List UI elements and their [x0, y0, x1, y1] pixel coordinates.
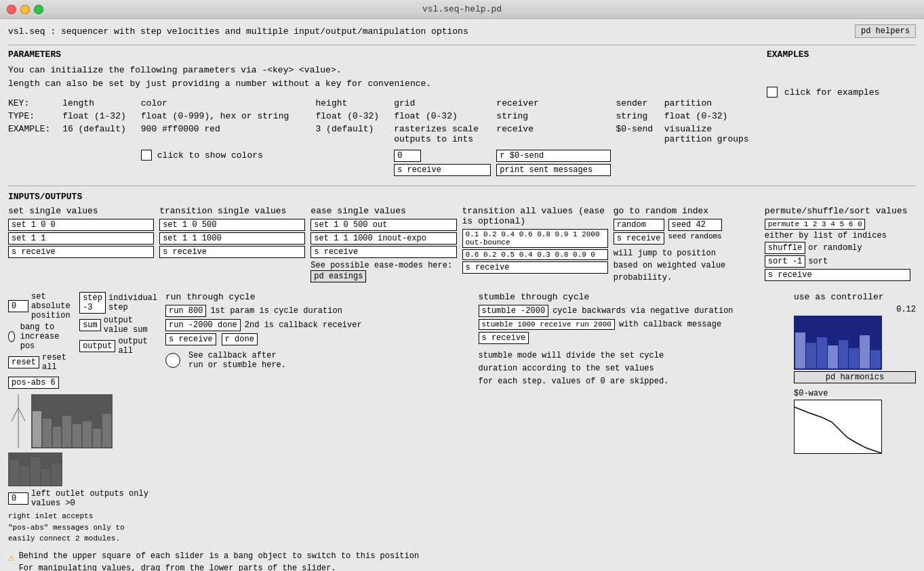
wave-container: $0-wave: [794, 389, 916, 454]
ease-link-row: See possible ease-modes here: pd easings: [310, 261, 456, 282]
seed-box[interactable]: seed 42: [668, 219, 722, 231]
set-single-box2[interactable]: set 1 1: [8, 232, 154, 245]
shuffle-box[interactable]: shuffle: [765, 242, 805, 254]
output-text: output all: [118, 337, 157, 356]
harmonics-display: [794, 316, 882, 370]
examples-checkbox[interactable]: [767, 87, 778, 98]
slider2-bar-3[interactable]: [31, 457, 40, 485]
transition-single-box2[interactable]: set 1 1 1000: [159, 232, 305, 245]
sender-msg-box[interactable]: r $0-send: [496, 150, 610, 162]
slider-bar-5[interactable]: [73, 424, 81, 447]
parameters-section: PARAMETERS You can initialize the follow…: [8, 49, 767, 183]
col-transition-all: transition all values (ease is optional)…: [462, 206, 614, 284]
transition-all-receive[interactable]: s receive: [462, 261, 608, 274]
permute-receive[interactable]: s receive: [765, 269, 910, 281]
abs-num-box[interactable]: 0: [8, 300, 28, 312]
set-abs-text: set absolute position: [31, 292, 74, 320]
run-box[interactable]: run 800: [165, 305, 206, 317]
callback-note: See callback afterrun or stumble here.: [188, 351, 286, 370]
reset-box[interactable]: reset: [8, 356, 39, 368]
stumble-title: stumble through cycle: [479, 292, 778, 302]
run-title: run through cycle: [165, 292, 465, 302]
slider-bar-7[interactable]: [93, 429, 102, 447]
slider-bar-8[interactable]: [102, 414, 111, 447]
ease-single-box2[interactable]: set 1 1 1000 inout-expo: [310, 232, 456, 245]
abs-step-row: 0 set absolute position bang to increase…: [8, 292, 157, 374]
slider-bar-3[interactable]: [53, 427, 62, 447]
reset-text: reset all: [42, 353, 74, 372]
slider-bar-1[interactable]: [33, 411, 41, 447]
maximize-button[interactable]: [34, 5, 43, 14]
slider-bar-2[interactable]: [43, 419, 52, 447]
sliders-visual2: [8, 452, 62, 486]
random-box[interactable]: random: [614, 219, 664, 231]
seed-note: seed randoms: [668, 232, 722, 240]
key-label: KEY:: [8, 97, 62, 110]
output-box[interactable]: output: [79, 340, 115, 352]
run-done-box[interactable]: run -2000 done: [165, 319, 241, 331]
transition-all-boxes: 0.1 0.2 0.4 0.6 0.8 0.9 1 2000 out-bounc…: [462, 229, 608, 274]
permute-box[interactable]: permute 1 2 3 4 5 6 0: [765, 219, 866, 230]
slider2-bar-2[interactable]: [20, 466, 30, 485]
example-label: EXAMPLE:: [8, 123, 62, 146]
set-single-receive[interactable]: s receive: [8, 246, 154, 258]
warning-icon: ⚠: [8, 550, 15, 566]
stumble-receive[interactable]: s receive: [479, 332, 529, 344]
receiver-num-box[interactable]: 0: [394, 150, 421, 162]
table-row-widgets: click to show colors 0 s receive r $0-se…: [8, 146, 767, 177]
ease-single-receive[interactable]: s receive: [310, 246, 456, 258]
close-button[interactable]: [7, 5, 16, 14]
sort-box[interactable]: sort -1: [765, 255, 805, 268]
step-text: individual step: [108, 293, 157, 312]
run-receive[interactable]: s receive: [165, 333, 216, 345]
type-partition: float (0-32): [664, 110, 767, 123]
stumble-box[interactable]: stumble -2000: [479, 305, 549, 317]
sum-box[interactable]: sum: [79, 319, 101, 331]
slider-bar-6[interactable]: [83, 421, 92, 447]
color-checkbox-row: click to show colors: [141, 150, 310, 161]
color-checkbox[interactable]: [141, 150, 152, 161]
sum-text: output value sum: [104, 316, 157, 335]
pos-abs-box[interactable]: pos-abs 6: [8, 377, 59, 389]
harm-bar-2: [806, 343, 816, 368]
random-receive[interactable]: s receive: [614, 232, 664, 245]
slider2-bar-5[interactable]: [52, 463, 61, 485]
transition-all-box2[interactable]: 0.6 0.2 0.5 0.4 0.3 0.8 0.9 0: [462, 249, 608, 260]
warning-row: ⚠ Behind the upper square of each slider…: [8, 550, 916, 572]
set-single-box1[interactable]: set 1 0 0: [8, 219, 154, 231]
params-table: KEY: length color height grid receiver s…: [8, 97, 767, 177]
set-single-title: set single values: [8, 206, 154, 216]
receiver-msg-box[interactable]: s receive: [394, 164, 491, 176]
title-bar: vsl.seq-help.pd: [0, 0, 924, 19]
slider2-bar-1[interactable]: [9, 460, 19, 485]
pd-easings-link[interactable]: pd easings: [310, 270, 366, 282]
minimize-button[interactable]: [20, 5, 30, 14]
top-bar: vsl.seq : sequencer with step velocities…: [8, 24, 916, 38]
ctrl-num-val: 0.12: [794, 305, 916, 314]
sender-print-box[interactable]: print sent messages: [496, 164, 610, 176]
main-content: vsl.seq : sequencer with step velocities…: [0, 19, 924, 571]
stumble2-box[interactable]: stumble 1000 receive run 2000: [479, 319, 615, 330]
ease-single-box1[interactable]: set 1 0 500 out: [310, 219, 456, 231]
ctrl-col: use as controller 0.12 pd harmonics $0-w…: [794, 292, 916, 545]
transition-single-receive[interactable]: s receive: [159, 246, 305, 258]
r-done-box[interactable]: r done: [222, 333, 258, 345]
harm-bar-3: [817, 337, 827, 368]
key-partition: partition: [664, 97, 767, 110]
callback-bang[interactable]: [165, 353, 180, 368]
pd-helpers-button[interactable]: pd helpers: [855, 24, 916, 38]
example-length: 16 (default): [62, 123, 141, 146]
stumble-mode-note: stumble mode will divide the set cycledu…: [479, 350, 778, 389]
run-note: 1st param is cycle duration: [210, 306, 342, 316]
ease-single-boxes: set 1 0 500 out set 1 1 1000 inout-expo …: [310, 219, 456, 258]
step-box[interactable]: step -3: [79, 292, 106, 314]
pd-harmonics-box[interactable]: pd harmonics: [794, 371, 916, 383]
bottom-section: 0 set absolute position bang to increase…: [8, 292, 916, 545]
bang-pos-icon[interactable]: [8, 331, 15, 342]
connection-svg: [8, 394, 28, 448]
transition-all-box1[interactable]: 0.1 0.2 0.4 0.6 0.8 0.9 1 2000 out-bounc…: [462, 229, 608, 248]
transition-single-box1[interactable]: set 1 0 500: [159, 219, 305, 231]
outlet-num-box[interactable]: 0: [8, 492, 28, 505]
slider-bar-4[interactable]: [62, 416, 71, 447]
slider2-bar-4[interactable]: [41, 469, 51, 485]
